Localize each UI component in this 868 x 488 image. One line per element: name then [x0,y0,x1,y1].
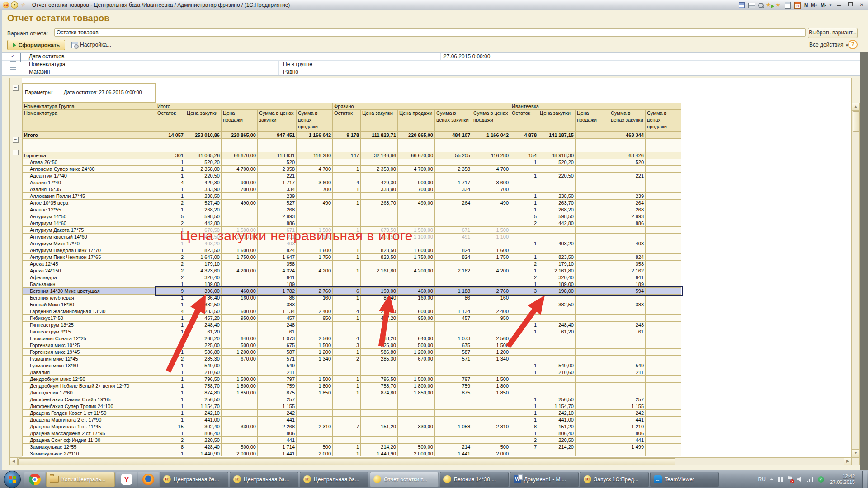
value-cell[interactable] [435,274,472,281]
value-cell[interactable]: 4 324 [258,267,297,274]
row-name-cell[interactable]: Аглонема Супер микс 24*80 [23,166,156,173]
value-cell[interactable] [398,173,435,179]
row-name-cell[interactable]: Арека 24*150 [23,267,156,274]
vertical-scrollbar[interactable]: ▲ ▼ [852,103,860,457]
value-cell[interactable]: 242 [609,410,646,417]
scroll-down-icon[interactable]: ▼ [852,449,859,457]
value-cell[interactable] [576,206,609,213]
calculator-icon[interactable] [785,2,791,9]
value-cell[interactable]: 441,00 [538,417,576,423]
taskbar-task-button[interactable]: Отчет остатки т... [370,472,439,487]
value-cell[interactable]: 950,00 [222,315,258,322]
value-cell[interactable] [609,139,646,145]
value-cell[interactable]: 225,00 [185,342,222,349]
value-cell[interactable]: 759 [258,383,297,389]
value-cell[interactable]: 2 400 [472,308,510,315]
value-cell[interactable] [435,362,472,369]
row-name-cell[interactable]: Гортензия микс 10*25 [23,342,156,349]
value-cell[interactable]: 1 441 [435,450,472,456]
row-name-cell[interactable]: Гиппеаструм 9*15 [23,328,156,335]
value-cell[interactable] [576,301,609,308]
value-cell[interactable]: 1 [156,376,185,383]
value-cell[interactable]: 238,50 [185,193,222,200]
row-name-cell[interactable]: Гибискус17*50 [23,315,156,322]
value-cell[interactable] [646,423,681,430]
value-cell[interactable] [297,261,333,267]
row-name-cell[interactable]: Гортензия микс 19*45 [23,349,156,356]
antivirus-shield-icon[interactable]: ✓ [818,476,824,483]
value-cell[interactable] [398,301,435,308]
value-cell[interactable] [646,145,681,152]
value-cell[interactable]: 1 200 [472,349,510,356]
value-cell[interactable]: 220 865,00 [398,132,435,139]
value-cell[interactable]: 214 [435,444,472,450]
value-cell[interactable]: 1 600 [472,247,510,254]
value-cell[interactable]: 886 [609,220,646,227]
value-cell[interactable] [576,240,609,247]
all-actions-button[interactable]: Все действия▼ [809,42,849,48]
value-cell[interactable]: 4 878 [510,132,538,139]
value-cell[interactable] [361,301,398,308]
value-cell[interactable] [538,315,576,322]
value-cell[interactable]: 2 [156,267,185,274]
value-cell[interactable] [297,328,333,335]
value-cell[interactable]: 86,40 [185,295,222,301]
value-cell[interactable]: 1 800,00 [222,383,258,389]
value-cell[interactable]: 428,40 [185,444,222,450]
value-cell[interactable] [510,166,538,173]
value-cell[interactable]: 61,20 [185,328,222,335]
row-name-cell[interactable]: Бегония 14*30 Микс цветущая [23,288,156,295]
value-cell[interactable]: 86 [258,295,297,301]
value-cell[interactable]: 1 340 [472,356,510,362]
value-cell[interactable] [435,403,472,410]
value-cell[interactable]: 1 166 042 [472,132,510,139]
column-group-header[interactable]: Ивантеевка [510,103,681,110]
value-cell[interactable]: 823,50 [538,254,576,261]
taskbar-task-button[interactable]: 1СЦентральная ба... [230,472,298,487]
value-cell[interactable] [538,335,576,342]
value-cell[interactable]: 1 717 [435,179,472,186]
value-cell[interactable]: 198,00 [538,288,576,295]
value-cell[interactable]: 527 [258,200,297,206]
value-cell[interactable] [576,267,609,274]
value-cell[interactable] [333,193,361,200]
value-cell[interactable]: 263,70 [361,200,398,206]
taskbar-task-button[interactable]: КопияЦентраль... [46,472,115,487]
value-cell[interactable] [297,206,333,213]
group-expander[interactable] [13,137,19,143]
value-cell[interactable] [222,410,258,417]
value-cell[interactable] [646,335,681,342]
value-cell[interactable] [538,356,576,362]
value-cell[interactable]: 2 [333,356,361,362]
value-cell[interactable]: 1 [333,267,361,274]
value-cell[interactable]: 886 [258,220,297,227]
clock[interactable]: 12:4227.06.2015 [830,474,855,485]
value-cell[interactable] [576,417,609,423]
column-header[interactable]: Остаток [510,110,538,132]
value-cell[interactable] [510,139,538,145]
row-name-cell[interactable]: Итого [23,132,156,139]
value-cell[interactable]: 2 400 [297,308,333,315]
value-cell[interactable]: 111 823,71 [361,132,398,139]
value-cell[interactable]: 4 [333,335,361,342]
value-cell[interactable]: 2 [156,200,185,206]
row-name-cell[interactable]: Афеландра [23,274,156,281]
value-cell[interactable] [646,362,681,369]
value-cell[interactable]: 1 440,90 [361,450,398,456]
value-cell[interactable] [398,213,435,220]
value-cell[interactable] [361,213,398,220]
value-cell[interactable]: 1 [156,166,185,173]
value-cell[interactable] [435,369,472,376]
value-cell[interactable]: 334 [435,186,472,193]
value-cell[interactable]: 1 100 [472,234,510,240]
value-cell[interactable]: 6 [333,288,361,295]
value-cell[interactable] [538,295,576,301]
value-cell[interactable] [646,403,681,410]
value-cell[interactable] [398,261,435,267]
value-cell[interactable]: 1 188 [435,288,472,295]
value-cell[interactable]: 2 268 [258,423,297,430]
value-cell[interactable] [398,396,435,403]
value-cell[interactable]: 179,10 [185,261,222,267]
value-cell[interactable] [646,295,681,301]
value-cell[interactable]: 671 [435,227,472,234]
